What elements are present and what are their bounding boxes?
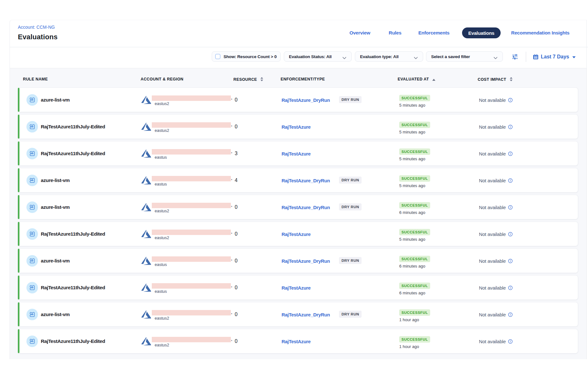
rule-code-icon (29, 97, 35, 103)
evaluated-at-cell: SUCCESSFUL 5 minutes ago (399, 148, 430, 161)
evaluated-time: 6 minutes ago (399, 210, 430, 215)
resource-count: 0 (235, 88, 238, 112)
table-row[interactable]: azure-list-vm eastus 0 RajTestAzure_DryR… (18, 248, 578, 273)
azure-logo (141, 310, 151, 320)
status-badge: SUCCESSFUL (399, 202, 430, 208)
info-icon[interactable] (508, 98, 513, 102)
status-indicator-bar (18, 222, 19, 246)
page-title: Evaluations (18, 33, 58, 41)
info-icon[interactable] (508, 232, 513, 237)
enforcement-link[interactable]: RajTestAzure (282, 115, 311, 139)
evaluations-page: Account: CCM-NG Evaluations Overview Rul… (0, 0, 588, 371)
table-row[interactable]: RajTestAzure11thJuly-Edited eastus2 0 Ra… (18, 329, 578, 353)
region-label: eastus2 (155, 101, 169, 106)
info-icon[interactable] (508, 285, 513, 290)
evaluated-at-cell: SUCCESSFUL 1 hour ago (399, 309, 430, 322)
resource-count: 0 (235, 195, 238, 220)
saved-filter-dropdown[interactable]: Select a saved filter (426, 51, 503, 62)
region-label: eastus (155, 182, 167, 186)
enforcement-link[interactable]: RajTestAzure (282, 141, 311, 166)
tab-evaluations-label: Evaluations (468, 30, 495, 36)
rule-icon (26, 255, 38, 267)
breadcrumb[interactable]: Account: CCM-NG (18, 25, 55, 30)
tab-overview[interactable]: Overview (349, 30, 370, 35)
rule-icon (26, 175, 38, 186)
resource-count-checkbox[interactable] (215, 54, 220, 59)
date-range-picker[interactable]: Last 7 Days (533, 54, 576, 60)
info-icon[interactable] (508, 205, 513, 210)
evaluation-type-dropdown[interactable]: Evaluation type: All (355, 51, 423, 62)
redaction-artifact (231, 152, 232, 153)
region-label: eastus (155, 289, 167, 294)
evaluated-time: 5 minutes ago (399, 156, 430, 161)
azure-logo (141, 96, 151, 105)
info-icon[interactable] (508, 312, 513, 317)
tab-evaluations-active[interactable]: Evaluations (462, 27, 501, 38)
evaluated-at-cell: SUCCESSFUL 5 minutes ago (399, 95, 430, 108)
azure-logo (141, 123, 151, 132)
saved-filter-value: Select a saved filter (426, 54, 470, 59)
evaluated-time: 5 minutes ago (399, 183, 430, 188)
status-badge: SUCCESSFUL (399, 175, 430, 182)
dry-run-badge: DRY RUN (339, 203, 362, 210)
enforcement-link[interactable]: RajTestAzure_DryRun (282, 302, 330, 327)
cost-impact-text: Not available (479, 151, 506, 156)
enforcement-link[interactable]: RajTestAzure (282, 276, 311, 300)
enforcement-link[interactable]: RajTestAzure_DryRun (282, 168, 330, 193)
rule-code-icon (29, 258, 35, 264)
table-row[interactable]: azure-list-vm eastus2 0 RajTestAzure_Dry… (18, 87, 578, 112)
evaluated-time: 6 minutes ago (399, 264, 430, 269)
status-indicator-bar (18, 302, 19, 326)
redaction-artifact (231, 179, 232, 180)
cost-impact-cell: Not available (479, 141, 513, 166)
enforcement-link[interactable]: RajTestAzure_DryRun (282, 88, 330, 112)
info-icon[interactable] (508, 178, 513, 183)
cost-impact-cell: Not available (479, 195, 513, 220)
dry-run-badge: DRY RUN (339, 96, 362, 103)
dry-run-badge: DRY RUN (339, 257, 362, 264)
region-label: eastus (155, 262, 167, 267)
enforcement-link[interactable]: RajTestAzure (282, 329, 311, 354)
tab-recommendation-insights[interactable]: Recommendation Insights (511, 30, 570, 35)
evaluation-status-dropdown[interactable]: Evaluation Status: All (284, 51, 352, 62)
resource-count: 4 (235, 168, 238, 193)
tab-rules[interactable]: Rules (389, 30, 401, 35)
info-icon[interactable] (508, 125, 513, 129)
info-icon[interactable] (508, 339, 513, 344)
chevron-down-icon (342, 56, 346, 60)
table-row[interactable]: azure-list-vm eastus2 0 RajTestAzure_Dry… (18, 302, 578, 327)
filter-settings-button[interactable] (512, 54, 518, 60)
enforcement-link[interactable]: RajTestAzure_DryRun (282, 195, 330, 220)
region-label: eastus2 (155, 235, 169, 240)
info-icon[interactable] (508, 151, 513, 156)
cost-impact-text: Not available (479, 205, 506, 210)
cost-impact-cell: Not available (479, 276, 513, 300)
table-row[interactable]: RajTestAzure11thJuly-Edited eastus 3 Raj… (18, 141, 578, 166)
calendar-icon (533, 54, 539, 60)
info-icon[interactable] (508, 259, 513, 263)
resource-count: 0 (235, 115, 238, 139)
resource-count-filter[interactable]: Show: Resource Count > 0 (212, 51, 281, 62)
resource-count: 0 (235, 276, 238, 300)
table-row[interactable]: RajTestAzure11thJuly-Edited eastus2 0 Ra… (18, 222, 578, 246)
evaluated-at-cell: SUCCESSFUL 6 minutes ago (399, 202, 430, 215)
table-row[interactable]: azure-list-vm eastus2 0 RajTestAzure_Dry… (18, 195, 578, 219)
rule-name: RajTestAzure11thJuly-Edited (41, 329, 105, 354)
rule-code-icon (29, 338, 35, 344)
table-row[interactable]: RajTestAzure11thJuly-Edited eastus2 0 Ra… (18, 114, 578, 139)
cost-impact-text: Not available (479, 97, 506, 103)
redaction-artifact (231, 99, 232, 100)
rule-icon (26, 228, 38, 240)
table-row[interactable]: azure-list-vm eastus 4 RajTestAzure_DryR… (18, 168, 578, 193)
rule-code-icon (29, 124, 35, 130)
tab-enforcements[interactable]: Enforcements (418, 30, 450, 35)
enforcement-link[interactable]: RajTestAzure_DryRun (282, 249, 330, 273)
dry-run-badge: DRY RUN (339, 177, 362, 184)
cost-impact-cell: Not available (479, 115, 513, 139)
cost-impact-text: Not available (479, 124, 506, 130)
enforcement-link[interactable]: RajTestAzure (282, 222, 311, 246)
azure-logo (141, 176, 151, 186)
table-row[interactable]: RajTestAzure11thJuly-Edited eastus 0 Raj… (18, 275, 578, 300)
status-badge: SUCCESSFUL (399, 309, 430, 316)
redaction-artifact (231, 260, 232, 261)
